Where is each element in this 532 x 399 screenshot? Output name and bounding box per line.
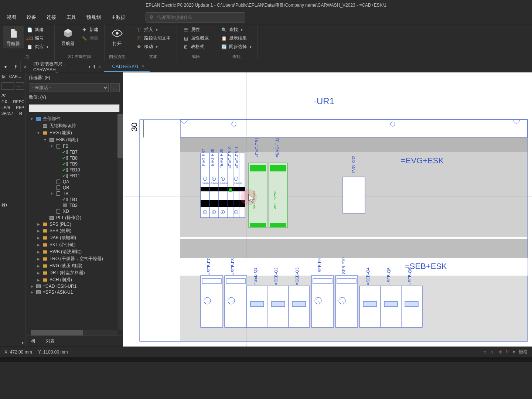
- svg-rect-10: [180, 239, 528, 258]
- selector-1[interactable]: [1, 82, 14, 90]
- macro-button[interactable]: 📋页宏▾: [25, 43, 50, 51]
- menu-view[interactable]: 视图: [1, 11, 21, 24]
- tree-item[interactable]: ✔FB7: [26, 149, 123, 155]
- insert-text-button[interactable]: T插入▾: [134, 26, 172, 34]
- open-button[interactable]: 打开: [108, 26, 127, 48]
- snap-add-icon[interactable]: ✚: [498, 349, 502, 355]
- tree-item[interactable]: ▶RWB (清洗刷辊): [26, 248, 123, 255]
- list-item[interactable]: 2.0 - =REPOR: [1, 99, 24, 105]
- menu-master[interactable]: 主数据: [106, 11, 131, 24]
- tree-item[interactable]: ▶HVG (液压 电源): [26, 262, 123, 269]
- drawing-canvas[interactable]: -UR1 30 =EVG+ESK + + + +: [123, 72, 532, 347]
- svg-rect-35: [229, 188, 232, 192]
- tree-item[interactable]: ▶TRO (干燥器，空气干燥器): [26, 255, 123, 262]
- svg-text:=EVG-FB8: =EVG-FB8: [210, 149, 215, 169]
- tree-item[interactable]: 无结构标识符: [26, 122, 123, 129]
- tree-item[interactable]: TB2: [26, 202, 123, 208]
- pin-icon: [14, 65, 17, 69]
- arrow-right-icon[interactable]: ▸: [0, 339, 25, 347]
- number-button[interactable]: 123编号: [25, 34, 50, 42]
- tab-list[interactable]: 列表: [41, 336, 60, 347]
- close-tab-icon[interactable]: ×: [142, 64, 145, 69]
- tree-item[interactable]: ▶SPS (PLC): [26, 221, 123, 227]
- tree-item[interactable]: ▶=CAD+ESK-UR1: [26, 283, 123, 289]
- tree-item[interactable]: ▶SEB (侧刷): [26, 227, 123, 234]
- sync-select-button[interactable]: 🔄同步选择▾: [219, 43, 253, 51]
- path-text-icon: |T|: [136, 35, 142, 41]
- tab-tree[interactable]: 树: [26, 336, 41, 347]
- close-icon[interactable]: ×: [98, 64, 101, 69]
- tree-item[interactable]: ✔FB8: [26, 155, 123, 161]
- panel-tab-arrow[interactable]: ▾: [0, 61, 11, 72]
- filter-select[interactable]: - 未激活 -: [29, 83, 109, 92]
- tree-item[interactable]: ✔TB1: [26, 197, 123, 202]
- props-overview-button[interactable]: ▤属性概览: [181, 34, 210, 42]
- search-box[interactable]: [146, 12, 245, 23]
- panel-tab-close[interactable]: ×: [21, 61, 30, 72]
- panel-tab-layout[interactable]: 2D 安装板布局 - CARWASH_... ▾ ×: [30, 61, 104, 72]
- list-item[interactable]: /51: [1, 93, 24, 99]
- tree-item[interactable]: ▼FB: [26, 143, 123, 149]
- path-text-button[interactable]: |T|路径功能文本: [134, 34, 172, 42]
- new-page-button[interactable]: 📄新建: [25, 26, 50, 34]
- svg-rect-49: [250, 223, 266, 227]
- tree-item[interactable]: ▼EVG (能源): [26, 129, 123, 136]
- move-button[interactable]: ✥移动▾: [134, 43, 172, 51]
- tree-item[interactable]: QA: [26, 179, 123, 185]
- value-input[interactable]: [29, 104, 120, 112]
- props-button[interactable]: ☰属性: [181, 26, 210, 34]
- cube-icon: [62, 27, 74, 39]
- tabs-bar: ▾ × 2D 安装板布局 - CARWASH_... ▾ × =CAD+ESK/…: [0, 61, 532, 72]
- horizontal-scrollbar[interactable]: [31, 330, 117, 335]
- navigator-button[interactable]: 导航器: [3, 26, 24, 48]
- list-item[interactable]: 3P/2.7 - =R: [1, 110, 24, 116]
- table-button[interactable]: ⊞表格式: [181, 43, 210, 51]
- search-input[interactable]: [157, 15, 242, 20]
- tree-item[interactable]: ▼全部部件: [26, 115, 123, 122]
- tree-item[interactable]: XD: [26, 208, 123, 214]
- svg-rect-72: [292, 301, 306, 307]
- snap-icon-2[interactable]: ∩:: [490, 349, 495, 355]
- tree-item[interactable]: ✔FB9: [26, 161, 123, 167]
- menu-preplan[interactable]: 预规划: [81, 11, 106, 24]
- menu-device[interactable]: 设备: [21, 11, 41, 24]
- ribbon: 导航器 📄新建 123编号 📋页宏▾ 页 导航器 ✚新建 📏测量 3D 布局空间: [0, 24, 532, 61]
- selector-2[interactable]: …: [16, 82, 24, 90]
- tree-item[interactable]: ▶=SPS+ASK-U1: [26, 289, 123, 295]
- document-tab[interactable]: =CAD+ESK/1 ×: [104, 61, 150, 72]
- vertical-scrollbar[interactable]: [117, 114, 123, 330]
- filter-more-button[interactable]: …: [110, 83, 120, 92]
- navigator-3d-button[interactable]: 导航器: [58, 26, 78, 48]
- snap-icon-1[interactable]: ∩: [483, 349, 487, 355]
- tree-item[interactable]: ✔FB10: [26, 167, 123, 173]
- tree-item[interactable]: ▼ESK (箱柜): [26, 136, 123, 143]
- find-button[interactable]: 🔍查找▾: [219, 26, 253, 34]
- tree-item[interactable]: ▶DRT (转盘加料器): [26, 269, 123, 276]
- menu-connect[interactable]: 连接: [41, 11, 61, 24]
- chevron-down-icon[interactable]: ▾: [513, 349, 515, 355]
- tree-item[interactable]: ▶DAB (顶棚刷): [26, 234, 123, 241]
- svg-text:QUINT POWER: QUINT POWER: [273, 191, 276, 209]
- new-icon: ✚: [81, 27, 87, 33]
- tree-item[interactable]: ▶SCH (润滑): [26, 276, 123, 283]
- scrollbar-thumb[interactable]: [31, 330, 83, 335]
- tree-item[interactable]: ▼TB: [26, 191, 123, 197]
- coord-x: X: 472.00 mm: [4, 349, 32, 355]
- svg-text:=SEB-F7: =SEB-F7: [207, 258, 211, 275]
- new-icon: 📄: [27, 27, 33, 33]
- chevron-down-icon: ▾: [47, 45, 48, 49]
- grid-icon[interactable]: ⠿: [506, 349, 509, 355]
- label-evg-esk: =EVG+ESK: [401, 156, 444, 165]
- menu-tools[interactable]: 工具: [61, 11, 81, 24]
- list-item[interactable]: 器): [1, 201, 24, 208]
- new-3d-button[interactable]: ✚新建: [80, 26, 100, 34]
- group-label-edit: 编辑: [180, 52, 212, 61]
- scrollbar-thumb[interactable]: [117, 114, 123, 158]
- show-results-button[interactable]: 📋显示结果: [219, 34, 253, 42]
- list-item[interactable]: LP/9 - =REP: [1, 105, 24, 110]
- tree-item[interactable]: PLT (操作台): [26, 214, 123, 221]
- tree-item[interactable]: ✔FB11: [26, 173, 123, 179]
- tree-item[interactable]: QB: [26, 185, 123, 191]
- tree-item[interactable]: ▶SKT (牵引链): [26, 241, 123, 248]
- panel-tab-pin[interactable]: [11, 61, 21, 72]
